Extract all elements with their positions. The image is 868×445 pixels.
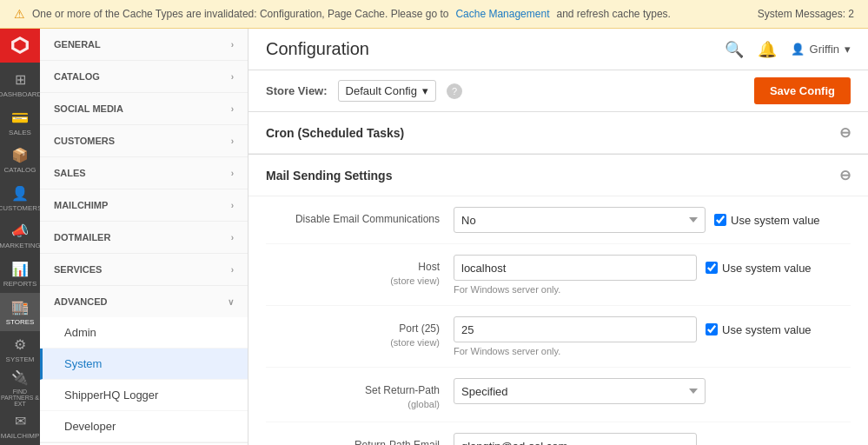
sidebar-section-advanced: ADVANCED ∨ Admin System ShipperHQ Logger… bbox=[40, 286, 248, 443]
port-input[interactable] bbox=[454, 316, 697, 342]
sidebar-section-sales: SALES › bbox=[40, 157, 248, 189]
port-use-system: Use system value bbox=[706, 323, 812, 336]
sidebar-section-services: SERVICES › bbox=[40, 254, 248, 286]
port-label: Port (25) (store view) bbox=[266, 316, 440, 349]
mail-sending-section: Mail Sending Settings ⊖ Disable Email Co… bbox=[248, 155, 868, 445]
sidebar-item-shipperhq-logger[interactable]: ShipperHQ Logger bbox=[40, 380, 248, 411]
help-icon[interactable]: ? bbox=[447, 83, 462, 99]
nav-item-customers[interactable]: 👤 CUSTOMERS bbox=[0, 180, 40, 218]
nav-label-sales: SALES bbox=[9, 129, 31, 136]
customers-icon: 👤 bbox=[11, 185, 29, 202]
store-view-chevron-icon: ▾ bbox=[422, 84, 428, 97]
alert-message-post: and refresh cache types. bbox=[556, 8, 670, 20]
sidebar-item-admin[interactable]: Admin bbox=[40, 317, 248, 349]
host-input[interactable] bbox=[454, 255, 697, 281]
nav-label-marketing: MARKETING bbox=[0, 242, 41, 249]
host-system-label: Use system value bbox=[722, 262, 812, 275]
dashboard-icon: ⊞ bbox=[15, 71, 26, 88]
nav-item-system[interactable]: ⚙ SYSTEM bbox=[0, 331, 40, 369]
sidebar-section-header-customers[interactable]: CUSTOMERS › bbox=[40, 125, 248, 156]
sidebar-section-dotmailer: DOTMAILER › bbox=[40, 222, 248, 254]
port-control-row: Use system value bbox=[454, 316, 851, 342]
chevron-right-icon: › bbox=[231, 169, 234, 178]
system-messages[interactable]: System Messages: 2 bbox=[758, 8, 854, 20]
return-path-email-label: Return-Path Email (global) bbox=[266, 433, 440, 445]
nav-label-dashboard: DASHBOARD bbox=[0, 90, 42, 98]
disable-email-select[interactable]: No Yes bbox=[454, 207, 706, 233]
sidebar-section-customers: CUSTOMERS › bbox=[40, 125, 248, 157]
sidebar-section-header-services[interactable]: SERVICES › bbox=[40, 254, 248, 285]
store-view-label: Store View: bbox=[266, 84, 328, 97]
nav-label-system: SYSTEM bbox=[6, 355, 35, 363]
save-config-button[interactable]: Save Config bbox=[754, 77, 851, 104]
return-path-select[interactable]: No Yes Specified bbox=[454, 378, 706, 404]
search-icon[interactable]: 🔍 bbox=[725, 40, 744, 59]
host-system-checkbox[interactable] bbox=[706, 262, 718, 274]
return-path-control: No Yes Specified bbox=[454, 378, 851, 404]
nav-label-mailchimp: MAILCHIMP bbox=[1, 432, 39, 440]
sidebar-section-header-sales[interactable]: SALES › bbox=[40, 157, 248, 189]
cache-management-link[interactable]: Cache Management bbox=[455, 8, 549, 20]
sidebar-customers-label: CUSTOMERS bbox=[54, 136, 115, 146]
user-chevron-icon: ▾ bbox=[845, 43, 851, 56]
chevron-right-icon: › bbox=[231, 233, 234, 242]
host-control-row: Use system value bbox=[454, 255, 851, 281]
sidebar-item-developer[interactable]: Developer bbox=[40, 411, 248, 442]
user-menu[interactable]: 👤 Griffin ▾ bbox=[791, 43, 851, 56]
disable-email-system-checkbox[interactable] bbox=[714, 214, 726, 226]
sidebar-item-system[interactable]: System bbox=[40, 349, 248, 380]
form-row-disable-email: Disable Email Communications No Yes bbox=[266, 196, 851, 244]
sidebar-section-header-catalog[interactable]: CATALOG › bbox=[40, 61, 248, 92]
user-name: Griffin bbox=[810, 43, 839, 56]
nav-item-stores[interactable]: 🏬 STORES bbox=[0, 293, 40, 331]
chevron-right-icon: › bbox=[231, 72, 234, 82]
return-path-email-input[interactable] bbox=[454, 433, 697, 445]
sidebar-sales-label: SALES bbox=[54, 168, 86, 178]
user-icon: 👤 bbox=[791, 43, 805, 56]
content-header: Configuration 🔍 🔔 👤 Griffin ▾ bbox=[248, 29, 868, 70]
nav-item-sales[interactable]: 💳 SALES bbox=[0, 103, 40, 142]
sidebar-section-header-dotmailer[interactable]: DOTMAILER › bbox=[40, 222, 248, 253]
host-hint: For Windows server only. bbox=[454, 284, 851, 295]
sidebar-section-header-advanced[interactable]: ADVANCED ∨ bbox=[40, 286, 248, 317]
chevron-right-icon: › bbox=[231, 201, 234, 210]
return-path-control-row: No Yes Specified bbox=[454, 378, 851, 404]
sidebar-services-label: SERVICES bbox=[54, 264, 102, 275]
chevron-right-icon: › bbox=[231, 40, 234, 50]
form-row-return-path-email: Return-Path Email (global) bbox=[266, 422, 851, 445]
logo-icon bbox=[10, 36, 30, 55]
form-row-port: Port (25) (store view) Use system value bbox=[266, 306, 851, 368]
marketing-icon: 📣 bbox=[11, 222, 29, 239]
nav-item-extensions[interactable]: 🔌 FIND PARTNERS & EXT bbox=[0, 369, 40, 408]
host-use-system: Use system value bbox=[706, 262, 812, 275]
nav-label-extensions: FIND PARTNERS & EXT bbox=[0, 389, 40, 407]
content-area: Configuration 🔍 🔔 👤 Griffin ▾ Store View… bbox=[248, 29, 868, 445]
sidebar-section-header-social-media[interactable]: SOCIAL MEDIA › bbox=[40, 93, 248, 124]
mailchimp-icon: ✉ bbox=[15, 413, 26, 429]
logo[interactable] bbox=[0, 29, 40, 63]
warning-icon: ⚠ bbox=[14, 7, 25, 21]
sidebar-section-header-general[interactable]: GENERAL › bbox=[40, 29, 248, 60]
port-system-label: Use system value bbox=[722, 323, 812, 336]
nav-item-mailchimp[interactable]: ✉ MAILCHIMP bbox=[0, 407, 40, 445]
alert-bar: ⚠ One or more of the Cache Types are inv… bbox=[0, 0, 868, 29]
sidebar-advanced-subitems: Admin System ShipperHQ Logger Developer bbox=[40, 317, 248, 442]
sidebar-advanced-label: ADVANCED bbox=[54, 296, 108, 307]
sidebar-mailchimp-label: MAILCHIMP bbox=[54, 200, 108, 210]
sidebar-section-mailchimp: MAILCHIMP › bbox=[40, 189, 248, 222]
mail-sending-section-header[interactable]: Mail Sending Settings ⊖ bbox=[248, 155, 868, 196]
sidebar-section-header-mailchimp[interactable]: MAILCHIMP › bbox=[40, 189, 248, 221]
cron-section-title: Cron (Scheduled Tasks) bbox=[266, 126, 404, 140]
store-view-bar: Store View: Default Config ▾ ? Save Conf… bbox=[248, 70, 868, 112]
cron-section-header[interactable]: Cron (Scheduled Tasks) ⊖ bbox=[248, 112, 868, 154]
bell-icon[interactable]: 🔔 bbox=[758, 40, 777, 59]
chevron-down-icon: ∨ bbox=[228, 297, 234, 307]
port-system-checkbox[interactable] bbox=[706, 323, 718, 335]
nav-item-catalog[interactable]: 📦 CATALOG bbox=[0, 142, 40, 180]
nav-item-reports[interactable]: 📊 REPORTS bbox=[0, 256, 40, 294]
store-view-select[interactable]: Default Config ▾ bbox=[338, 80, 436, 102]
nav-item-marketing[interactable]: 📣 MARKETING bbox=[0, 217, 40, 256]
mail-sending-section-title: Mail Sending Settings bbox=[266, 169, 392, 183]
nav-item-dashboard[interactable]: ⊞ DASHBOARD bbox=[0, 66, 40, 104]
sidebar-general-label: GENERAL bbox=[54, 39, 101, 50]
